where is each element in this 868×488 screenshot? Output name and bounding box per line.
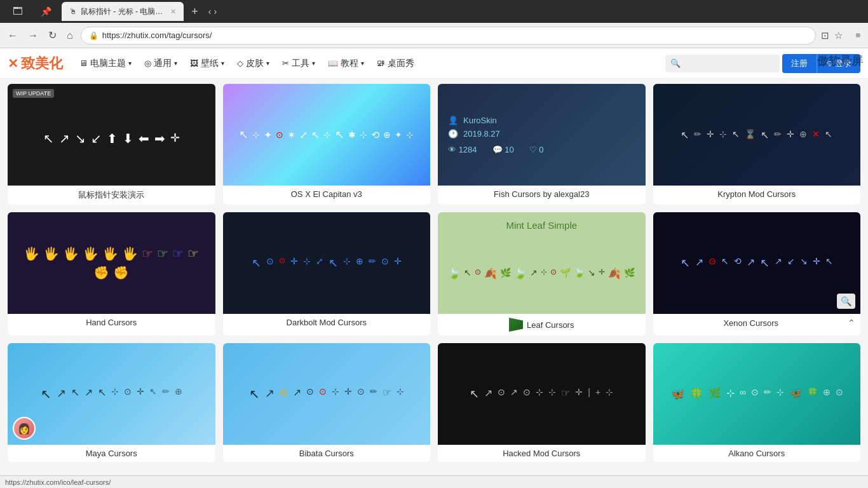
- browser-window: 🗔 📌 🖱 鼠标指针 - 光标 - 电脑… ✕ + ‹ › ← → ↻ ⌂ 🔒 …: [0, 0, 868, 488]
- bookmark-icon[interactable]: ☆: [834, 30, 843, 41]
- wallpaper-icon: 🖼: [190, 58, 198, 68]
- home-button[interactable]: ⌂: [64, 27, 76, 44]
- grid-label-xenon: Xenon Cursors: [658, 318, 844, 328]
- status-url: https://zhutix.com/ico/leaf-cursors/: [5, 478, 111, 486]
- nav-item-tools-label: 工具: [292, 58, 309, 69]
- thumb-maya: ↖ ↗ ↖ ↗ ↖ ⊹ ⊙ ✛ ↖ ✏ ⊕ 👩: [8, 343, 215, 445]
- tab-next-button[interactable]: ›: [214, 6, 217, 17]
- nav-item-pc-theme-arrow: ▾: [128, 60, 132, 67]
- logo-x-icon: ✕: [8, 56, 18, 71]
- grid-item-darkbolt[interactable]: ↖ ⊙ ⊙ ✛ ⊹ ⤢ ↖ ⊹ ⊕ ✏ ⊙ ✛ Darkbolt Mod Cur: [223, 212, 431, 336]
- grid-item-fish[interactable]: 👤 KuroSkin 🕐 2019.8.27 👁 1284 💬 10 ♡ 0: [438, 84, 646, 205]
- nav-item-general-arrow: ▾: [174, 60, 177, 67]
- tab-prev-button[interactable]: ‹: [208, 6, 212, 17]
- grid-item-install-demo[interactable]: WIP UPDATE ↖ ↗ ↘ ↙ ⬆ ⬇ ⬅ ➡ ✛ 鼠标指针安装演示: [8, 84, 215, 205]
- nav-item-skin[interactable]: ◇ 皮肤 ▾: [231, 48, 276, 79]
- refresh-button[interactable]: ↻: [46, 27, 59, 44]
- nav-right-buttons: ⊡ ☆: [821, 30, 843, 41]
- nav-item-pc-theme-label: 电脑主题: [90, 58, 126, 69]
- nav-item-desktop-show-label: 桌面秀: [388, 58, 414, 69]
- back-button[interactable]: ←: [5, 27, 20, 44]
- grid-item-hand[interactable]: 🖐 🖐 🖐 🖐 🖐 🖐 ☞ ☞ ☞ ☞ ✊ ✊ Hand Curso: [8, 212, 215, 336]
- cursor-grid: WIP UPDATE ↖ ↗ ↘ ↙ ⬆ ⬇ ⬅ ➡ ✛ 鼠标指针安装演示: [8, 84, 860, 462]
- nav-item-tutorial[interactable]: 📖 教程 ▾: [322, 48, 370, 79]
- thumb-hacked: ↖ ↗ ⊙ ↗ ⊙ ⊹ ⊹ ☞ ✛ | + ⊹: [438, 343, 646, 445]
- nav-item-skin-arrow: ▾: [266, 60, 269, 67]
- thumb-krypton: ↖ ✏ ✛ ⊹ ↖ ⌛ ↖ ✏ ✛ ⊕ ✕ ↖: [653, 84, 861, 186]
- nav-item-general-label: 通用: [154, 58, 172, 69]
- nav-item-wallpaper[interactable]: 🖼 壁纸 ▾: [184, 48, 231, 79]
- nav-bar: ← → ↻ ⌂ 🔒 https://zhutix.com/tag/cursors…: [0, 23, 868, 48]
- fish-date: 2019.8.27: [463, 129, 500, 139]
- nav-item-pc-theme[interactable]: 🖥 电脑主题 ▾: [73, 48, 138, 79]
- logo-text: 致美化: [21, 54, 63, 73]
- thumb-fish: 👤 KuroSkin 🕐 2019.8.27 👁 1284 💬 10 ♡ 0: [438, 84, 646, 186]
- nav-item-general[interactable]: ◎ 通用 ▾: [138, 48, 184, 79]
- grid-item-maya[interactable]: ↖ ↗ ↖ ↗ ↖ ⊹ ⊙ ✛ ↖ ✏ ⊕ 👩 Maya: [8, 343, 215, 462]
- leaf-label-row: Leaf Cursors: [438, 314, 646, 336]
- grid-item-krypton[interactable]: ↖ ✏ ✛ ⊹ ↖ ⌛ ↖ ✏ ✛ ⊕ ✕ ↖ Krypton Mod Curs: [653, 84, 861, 205]
- nav-item-wallpaper-arrow: ▾: [221, 60, 224, 67]
- tab-label: 鼠标指针 - 光标 - 电脑…: [81, 6, 163, 17]
- thumb-osx: ↖ ⊹ ✦ ⊙ ✶ ⤢ ↖ ⊹ ↖ ✱ ⊹ ⟲ ⊕ ✦ ⊹: [223, 84, 431, 186]
- address-bar[interactable]: 🔒 https://zhutix.com/tag/cursors/: [81, 27, 817, 44]
- site-logo[interactable]: ✕ 致美化: [8, 54, 63, 73]
- tools-icon: ✂: [282, 58, 289, 68]
- fish-comments: 10: [505, 145, 513, 154]
- grid-label-osx: OS X El Capitan v3: [223, 186, 431, 203]
- maya-avatar: 👩: [13, 417, 36, 440]
- new-tab-button[interactable]: +: [186, 2, 203, 21]
- grid-item-hacked[interactable]: ↖ ↗ ⊙ ↗ ⊙ ⊹ ⊹ ☞ ✛ | + ⊹ Hacked Mod Curso: [438, 343, 646, 462]
- nav-item-tools-arrow: ▾: [312, 60, 315, 67]
- lock-icon: 🔒: [89, 31, 98, 40]
- fish-author: KuroSkin: [463, 116, 497, 125]
- grid-label-maya: Maya Cursors: [8, 445, 215, 462]
- wip-badge: WIP UPDATE: [13, 89, 54, 98]
- skin-icon: ◇: [237, 58, 243, 68]
- watermark-text: 傲软录屏: [812, 48, 868, 74]
- grid-item-bibata[interactable]: ↖ ↗ ⊙ ↗ ⊙ ⊙ ⊹ ✛ ⊙ ✏ ☞ ⊹ Bibata Cursors: [223, 343, 431, 462]
- nav-extra-1[interactable]: ≡: [853, 28, 863, 43]
- thumb-install-demo: WIP UPDATE ↖ ↗ ↘ ↙ ⬆ ⬇ ⬅ ➡ ✛: [8, 84, 215, 186]
- grid-label-krypton: Krypton Mod Cursors: [653, 186, 861, 203]
- tab-close-button[interactable]: ✕: [170, 8, 176, 16]
- tab-favicon: 🖱: [69, 7, 77, 16]
- nav-item-wallpaper-label: 壁纸: [201, 58, 219, 69]
- nav-item-tools[interactable]: ✂ 工具 ▾: [276, 48, 322, 79]
- nav-item-desktop-show[interactable]: 🖳 桌面秀: [370, 48, 421, 79]
- site-navigation: 🖥 电脑主题 ▾ ◎ 通用 ▾ 🖼 壁纸 ▾ ◇ 皮肤 ▾ ✂ 工具: [73, 48, 658, 79]
- forward-button[interactable]: →: [25, 27, 41, 44]
- main-content: WIP UPDATE ↖ ↗ ↘ ↙ ⬆ ⬇ ⬅ ➡ ✛ 鼠标指针安装演示: [0, 79, 868, 488]
- tab-bar: 🗔 📌 🖱 鼠标指针 - 光标 - 电脑… ✕ + ‹ ›: [0, 0, 868, 23]
- active-tab[interactable]: 🖱 鼠标指针 - 光标 - 电脑… ✕: [62, 2, 184, 21]
- pc-theme-icon: 🖥: [79, 58, 88, 68]
- grid-item-osx[interactable]: ↖ ⊹ ✦ ⊙ ✶ ⤢ ↖ ⊹ ↖ ✱ ⊹ ⟲ ⊕ ✦ ⊹: [223, 84, 431, 205]
- grid-label-bibata: Bibata Cursors: [223, 445, 431, 462]
- thumb-bibata: ↖ ↗ ⊙ ↗ ⊙ ⊙ ⊹ ✛ ⊙ ✏ ☞ ⊹: [223, 343, 431, 445]
- grid-item-leaf[interactable]: Mint Leaf Simple 🍃 ↖ ⊙ 🍂 🌿 🍃 ↗ ⊹ ⊙ 🌱 🍃: [438, 212, 646, 336]
- xenon-search-overlay[interactable]: 🔍: [837, 294, 855, 309]
- window-pin: 📌: [33, 2, 59, 21]
- nav-item-tutorial-arrow: ▾: [361, 60, 364, 67]
- site-header: ✕ 致美化 🖥 电脑主题 ▾ ◎ 通用 ▾ 🖼 壁纸 ▾ ◇ 皮肤 ▾: [0, 48, 868, 79]
- grid-label-alkano: Alkano Cursors: [653, 445, 861, 462]
- nav-item-tutorial-label: 教程: [341, 58, 358, 69]
- grid-label-leaf: Leaf Cursors: [527, 320, 574, 330]
- nav-item-skin-label: 皮肤: [246, 58, 264, 69]
- window-icon: 🗔: [5, 2, 31, 21]
- thumb-darkbolt: ↖ ⊙ ⊙ ✛ ⊹ ⤢ ↖ ⊹ ⊕ ✏ ⊙ ✛: [223, 212, 431, 314]
- grid-label-hacked: Hacked Mod Cursors: [438, 445, 646, 462]
- fish-likes: 0: [539, 145, 543, 154]
- xenon-chevron-up-icon[interactable]: ⌃: [848, 318, 855, 328]
- grid-label-fish: Fish Cursors by alexgal23: [438, 186, 646, 203]
- thumb-xenon: ↖ ↗ ⊙ ↖ ⟲ ↗ ↖ ↗ ↙ ↘ ✛ ↖ 🔍: [653, 212, 861, 314]
- leaf-flag-icon[interactable]: [509, 318, 523, 332]
- address-text: https://zhutix.com/tag/cursors/: [102, 30, 212, 40]
- grid-label-install-demo: 鼠标指针安装演示: [8, 186, 215, 205]
- reader-view-icon[interactable]: ⊡: [821, 30, 829, 41]
- grid-label-hand: Hand Cursors: [8, 314, 215, 331]
- tutorial-icon: 📖: [328, 58, 338, 68]
- desktop-show-icon: 🖳: [377, 58, 385, 68]
- grid-item-xenon[interactable]: ↖ ↗ ⊙ ↖ ⟲ ↗ ↖ ↗ ↙ ↘ ✛ ↖ 🔍: [653, 212, 861, 336]
- grid-item-alkano[interactable]: 🦋 🍀 🌿 ⊹ ∞ ⊙ ✏ ⊹ 🦋 🍀 ⊕ ⊙ Alkano Curs: [653, 343, 861, 462]
